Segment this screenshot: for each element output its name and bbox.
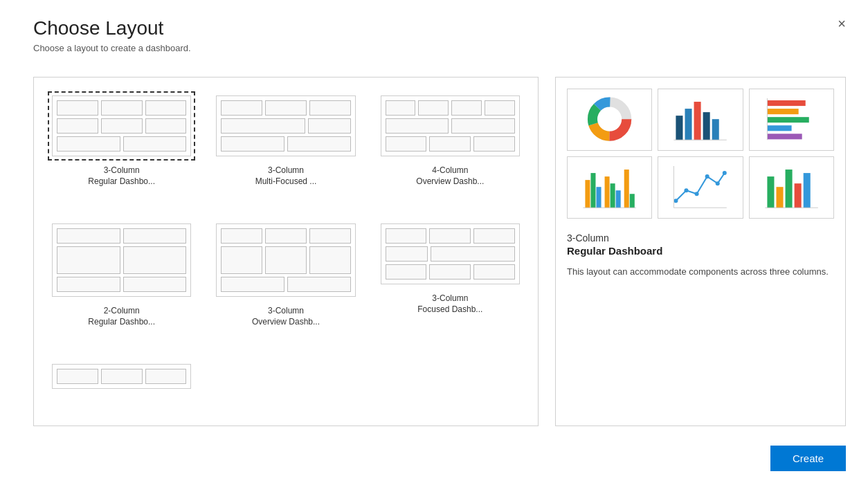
thumb-cell bbox=[57, 369, 98, 384]
thumb-cell bbox=[221, 118, 305, 134]
thumb-cell bbox=[451, 118, 515, 134]
layout-thumb bbox=[381, 223, 520, 284]
layout-thumb-wrap bbox=[377, 219, 524, 289]
svg-point-5 bbox=[600, 110, 620, 129]
layout-item-3col-focused[interactable]: 3-ColumnFocused Dashb... bbox=[374, 217, 527, 346]
svg-point-29 bbox=[695, 192, 699, 196]
thumb-cell bbox=[386, 136, 427, 152]
svg-rect-15 bbox=[767, 126, 791, 131]
svg-rect-6 bbox=[676, 116, 683, 140]
thumb-cell bbox=[287, 277, 351, 292]
thumb-cell bbox=[418, 100, 449, 116]
close-button[interactable]: × bbox=[832, 14, 851, 33]
svg-point-30 bbox=[705, 174, 709, 179]
layout-scroll-area[interactable]: 3-ColumnRegular Dashbo... bbox=[34, 77, 538, 425]
thumb-cell bbox=[265, 228, 307, 244]
thumb-cell bbox=[309, 228, 351, 244]
thumb-cell bbox=[145, 118, 187, 134]
thumb-cell bbox=[473, 264, 515, 280]
chart-cell-donut bbox=[567, 89, 652, 151]
layout-thumb-wrap bbox=[48, 360, 195, 393]
svg-rect-9 bbox=[703, 113, 710, 140]
thumb-cell bbox=[473, 228, 515, 244]
svg-rect-8 bbox=[694, 102, 701, 140]
svg-rect-20 bbox=[597, 187, 602, 208]
chart-cell-hbar bbox=[749, 89, 834, 151]
dialog-footer: Create bbox=[0, 437, 868, 485]
thumb-cell bbox=[451, 100, 482, 116]
layout-item-3col-overview[interactable]: 3-ColumnOverview Dashb... bbox=[209, 217, 362, 346]
layout-item-3col-regular[interactable]: 3-ColumnRegular Dashbo... bbox=[45, 89, 198, 205]
preview-layout-type: 3-Column bbox=[567, 232, 834, 244]
thumb-cell bbox=[429, 136, 471, 152]
choose-layout-dialog: Choose Layout Choose a layout to create … bbox=[0, 0, 868, 485]
preview-description: This layout can accommodate components a… bbox=[567, 265, 834, 279]
thumb-cell bbox=[386, 228, 427, 244]
thumb-cell bbox=[265, 246, 307, 274]
layout-item-partial[interactable] bbox=[45, 357, 198, 414]
layout-thumb bbox=[216, 95, 355, 156]
thumb-cell bbox=[485, 100, 515, 116]
thumb-cell bbox=[57, 277, 120, 292]
chart-cell-line bbox=[658, 156, 743, 219]
svg-rect-12 bbox=[767, 100, 805, 106]
layout-thumb-wrap bbox=[48, 91, 195, 161]
thumb-cell bbox=[145, 100, 187, 116]
dialog-header: Choose Layout Choose a layout to create … bbox=[0, 0, 868, 60]
svg-rect-38 bbox=[794, 184, 801, 208]
svg-rect-21 bbox=[605, 177, 610, 208]
svg-rect-36 bbox=[776, 187, 783, 208]
layout-thumb bbox=[52, 95, 191, 156]
layout-item-4col-overview[interactable]: 4-ColumnOverview Dashb... bbox=[374, 89, 527, 205]
thumb-cell bbox=[386, 100, 416, 116]
layout-thumb bbox=[216, 223, 355, 297]
preview-layout-name: Regular Dashboard bbox=[567, 245, 834, 257]
thumb-cell bbox=[101, 118, 143, 134]
layout-label: 3-ColumnOverview Dashb... bbox=[252, 305, 320, 329]
dialog-subtitle: Choose a layout to create a dashboard. bbox=[33, 43, 846, 53]
preview-panel: 3-Column Regular Dashboard This layout c… bbox=[555, 77, 846, 426]
svg-rect-7 bbox=[685, 109, 692, 140]
svg-rect-37 bbox=[785, 170, 792, 208]
thumb-cell bbox=[221, 228, 262, 244]
thumb-cell bbox=[386, 118, 449, 134]
svg-point-28 bbox=[685, 189, 689, 193]
thumb-cell bbox=[221, 277, 284, 292]
svg-point-31 bbox=[716, 182, 720, 186]
layout-thumb bbox=[52, 223, 191, 297]
thumb-cell bbox=[287, 136, 351, 152]
layout-item-2col-regular[interactable]: 2-ColumnRegular Dashbo... bbox=[45, 217, 198, 346]
thumb-cell bbox=[386, 246, 428, 262]
create-button[interactable]: Create bbox=[770, 446, 846, 471]
dialog-title: Choose Layout bbox=[33, 17, 846, 40]
layout-item-3col-multifocused[interactable]: 3-ColumnMulti-Focused ... bbox=[209, 89, 362, 205]
layout-thumb bbox=[381, 95, 520, 156]
svg-rect-10 bbox=[712, 120, 719, 140]
thumb-cell bbox=[429, 228, 471, 244]
thumb-cell bbox=[221, 100, 262, 116]
thumb-cell bbox=[308, 118, 351, 134]
thumb-cell bbox=[221, 136, 284, 152]
layout-thumb-wrap bbox=[377, 91, 524, 161]
thumb-cell bbox=[386, 264, 427, 280]
layout-label: 3-ColumnMulti-Focused ... bbox=[255, 165, 317, 188]
thumb-cell bbox=[123, 136, 187, 152]
dialog-body: 3-ColumnRegular Dashbo... bbox=[0, 60, 868, 437]
svg-rect-39 bbox=[803, 173, 810, 208]
thumb-cell bbox=[123, 228, 187, 244]
thumb-cell bbox=[101, 100, 143, 116]
svg-rect-24 bbox=[624, 170, 629, 208]
thumb-cell bbox=[221, 246, 262, 274]
thumb-cell bbox=[145, 369, 187, 384]
svg-rect-14 bbox=[767, 118, 808, 123]
thumb-cell bbox=[429, 264, 471, 280]
layout-label: 3-ColumnFocused Dashb... bbox=[417, 293, 482, 316]
thumb-cell bbox=[57, 100, 98, 116]
chart-cell-multibar bbox=[749, 156, 834, 219]
layout-thumb-wrap bbox=[212, 219, 359, 301]
svg-rect-35 bbox=[767, 177, 774, 208]
svg-rect-18 bbox=[585, 181, 590, 208]
thumb-cell bbox=[309, 100, 351, 116]
svg-rect-25 bbox=[630, 194, 635, 208]
thumb-cell bbox=[57, 228, 120, 244]
